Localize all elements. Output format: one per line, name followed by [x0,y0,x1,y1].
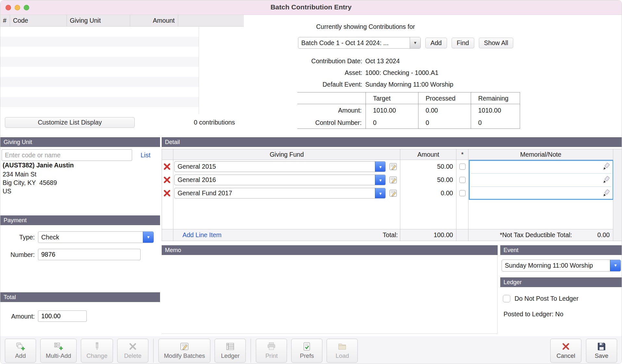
chevron-down-icon: ▼ [143,232,154,243]
memorial-cell[interactable] [468,160,613,173]
memo-textarea[interactable] [162,255,498,334]
giving-unit-header: Giving Unit [0,137,160,147]
delete-row-icon [163,163,171,171]
default-event-row: Default Event: Sunday Morning 11:00 Wors… [297,81,453,88]
line-amount-cell[interactable]: 50.00 [400,173,456,187]
delete-button[interactable]: Delete [117,339,148,363]
titlebar: Batch Contribution Entry [0,0,622,15]
do-not-post-checkbox[interactable] [503,295,510,302]
cancel-icon [561,342,571,351]
add-button[interactable]: Add [5,339,36,363]
detail-col-memorial: Memorial/Note [468,149,613,160]
detail-row: General Fund 2017 ▼ 0.00 [162,187,613,200]
print-icon [267,342,276,351]
ledger-button[interactable]: Ledger [215,339,246,363]
event-select[interactable]: Sunday Morning 11:00 Worship ▼ [502,260,621,272]
memorial-input[interactable] [468,187,613,200]
prefs-icon [302,342,312,351]
modify-batches-icon [180,342,189,351]
not-tax-deductible-checkbox[interactable] [459,164,466,170]
batch-select[interactable]: Batch Code 1 - Oct 14 2024: ... ▼ [298,37,421,49]
total-amount-label: Amount: [0,313,35,320]
detail-scrollbar[interactable] [613,149,622,241]
fund-note-button[interactable] [388,189,399,198]
bottom-toolbar: Add Multi-Add Change Delete Modify Batch… [0,336,622,364]
fund-note-button[interactable] [388,176,399,184]
delete-row-icon [163,189,171,197]
giving-unit-list-link[interactable]: List [141,152,150,159]
edit-note-icon [389,162,398,171]
asset-row: Asset: 1000: Checking - 1000.A1 [297,69,439,77]
detail-table-header: Giving Fund Amount * Memorial/Note [162,149,613,160]
memorial-edit-icon[interactable] [602,176,610,185]
payment-number-input[interactable] [38,249,141,260]
change-button[interactable]: Change [81,339,113,363]
batch-find-button[interactable]: Find [452,38,474,48]
batch-show-all-button[interactable]: Show All [479,38,514,48]
toolbar-divider [153,339,154,363]
contribution-list-header: # Code Giving Unit Amount [0,15,244,27]
contribution-date-row: Contribution Date: Oct 13 2024 [297,57,400,65]
memorial-edit-icon[interactable] [602,189,610,199]
chevron-down-icon: ▼ [610,260,621,271]
total-header: Total [0,292,160,302]
edit-note-icon [389,176,398,184]
giving-fund-select[interactable]: General Fund 2017 ▼ [174,188,386,199]
event-header: Event [500,245,622,255]
modify-batches-button[interactable]: Modify Batches [158,339,210,363]
detail-total-label: Total: [383,231,398,239]
print-button[interactable]: Print [256,339,287,363]
giving-unit-search-input[interactable] [2,149,132,161]
payment-type-select[interactable]: Check ▼ [38,231,154,243]
prefs-button[interactable]: Prefs [291,339,322,363]
chevron-down-icon: ▼ [410,37,420,48]
customize-list-display-button[interactable]: Customize List Display [5,117,135,128]
add-line-item-link[interactable]: Add Line Item [182,231,221,239]
payment-header: Payment [0,215,160,225]
do-not-post-label: Do Not Post To Ledger [515,295,578,302]
posted-to-ledger-text: Posted to Ledger: No [504,310,563,318]
total-amount-input[interactable] [38,310,87,322]
memorial-cell[interactable] [468,187,613,200]
multi-add-button[interactable]: Multi-Add [40,339,77,363]
memorial-cell[interactable] [468,173,613,187]
delete-row-button[interactable] [162,189,172,197]
delete-row-button[interactable] [162,163,172,171]
save-button[interactable]: Save [586,339,617,363]
column-header-code: Code [10,15,67,26]
multi-add-icon [54,342,63,351]
memorial-input[interactable] [468,173,613,187]
line-amount-cell[interactable]: 0.00 [400,187,456,200]
giving-fund-select[interactable]: General 2016 ▼ [174,175,386,185]
asset-label: Asset: [297,69,362,77]
summary-control-processed: 0 [418,116,471,129]
not-tax-deductible-checkbox[interactable] [459,177,466,183]
column-header-number: # [0,15,10,26]
detail-col-amount: Amount [400,149,456,160]
contribution-list-body[interactable] [0,27,199,114]
contribution-date-value: Oct 13 2024 [362,57,400,65]
change-icon [92,342,102,351]
giving-fund-select[interactable]: General 2015 ▼ [174,161,386,172]
line-amount-cell[interactable]: 50.00 [400,160,456,173]
memorial-edit-icon[interactable] [602,163,610,172]
batch-add-button[interactable]: Add [425,38,447,48]
summary-control-label: Control Number: [297,116,366,129]
cancel-button[interactable]: Cancel [550,339,581,363]
not-tax-deductible-checkbox[interactable] [459,190,466,196]
summary-amount-processed: 0.00 [418,104,471,116]
batch-select-row: Batch Code 1 - Oct 14 2024: ... ▼ Add Fi… [298,37,513,49]
memorial-input[interactable] [468,160,613,173]
ledger-header: Ledger [500,277,622,287]
asset-value: 1000: Checking - 1000.A1 [362,69,439,77]
payment-number-label: Number: [0,251,35,259]
delete-row-button[interactable] [162,176,172,184]
summary-corner [297,92,366,104]
summary-col-remaining: Remaining [471,92,520,104]
fund-note-button[interactable] [388,162,399,171]
batch-summary-table: Target Processed Remaining Amount: 1010.… [297,92,520,129]
detail-row: General 2016 ▼ 50.00 [162,173,613,187]
detail-table: Giving Fund Amount * Memorial/Note Gener… [162,149,613,241]
load-button[interactable]: Load [327,339,358,363]
summary-amount-remaining: 1010.00 [471,104,520,116]
